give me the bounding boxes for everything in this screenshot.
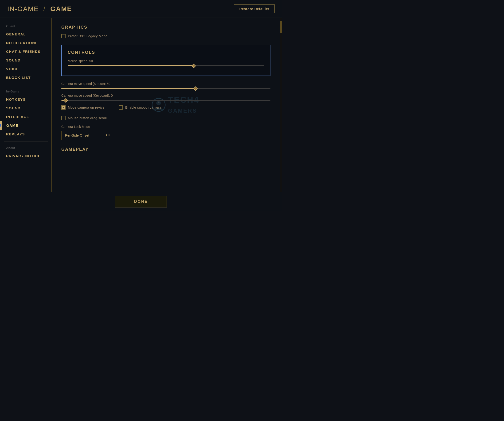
move-camera-revive-row: Move camera on revive — [61, 105, 105, 110]
sidebar: Client GENERAL NOTIFICATIONS CHAT & FRIE… — [0, 18, 52, 192]
camera-keyboard-thumb-icon — [63, 98, 68, 103]
scrollbar-thumb[interactable] — [280, 21, 282, 33]
mouse-speed-track[interactable] — [68, 65, 264, 66]
camera-keyboard-label: Camera move speed (Keyboard): 0 — [61, 94, 270, 97]
gameplay-title: GAMEPLAY — [61, 147, 270, 152]
mouse-speed-container: Mouse speed: 50 — [68, 59, 264, 66]
mouse-speed-thumb[interactable] — [191, 63, 196, 68]
camera-keyboard-track[interactable] — [61, 100, 270, 101]
camera-mouse-label: Camera move speed (Mouse): 50 — [61, 82, 270, 86]
scrollbar[interactable] — [280, 18, 282, 192]
breadcrumb-prefix: IN-GAME — [7, 5, 39, 12]
mouse-speed-thumb-icon — [191, 63, 196, 69]
page-title: IN-GAME / GAME — [7, 5, 72, 13]
camera-mouse-section: Camera move speed (Mouse): 50 — [61, 82, 270, 89]
graphics-section: GRAPHICS Prefer DX9 Legacy Mode — [61, 25, 270, 38]
sidebar-item-interface[interactable]: INTERFACE — [0, 112, 51, 121]
mouse-speed-label: Mouse speed: 50 — [68, 59, 264, 63]
camera-lock-dropdown-container: Per-Side Offset Fixed Offset Semi-Locked… — [61, 131, 113, 140]
done-button[interactable]: DONE — [115, 196, 167, 207]
sidebar-item-sound-client[interactable]: SOUND — [0, 56, 51, 64]
svg-marker-0 — [0, 121, 1, 129]
mouse-drag-scroll-row: Mouse button drag scroll — [61, 116, 270, 120]
prefer-dx9-row: Prefer DX9 Legacy Mode — [61, 34, 270, 38]
camera-mouse-thumb-icon — [193, 86, 198, 91]
header: IN-GAME / GAME Restore Defaults — [0, 0, 282, 18]
camera-mouse-fill — [61, 88, 195, 89]
camera-keyboard-container: Camera move speed (Keyboard): 0 — [61, 94, 270, 101]
sidebar-item-notifications[interactable]: NOTIFICATIONS — [0, 39, 51, 47]
blue-arrow-icon — [0, 121, 1, 129]
prefer-dx9-checkbox[interactable] — [61, 34, 66, 38]
sidebar-item-privacy[interactable]: PRIVACY NOTICE — [0, 152, 51, 160]
camera-mouse-container: Camera move speed (Mouse): 50 — [61, 82, 270, 89]
sidebar-item-game[interactable]: GAME — [0, 121, 51, 130]
camera-mouse-track[interactable] — [61, 88, 270, 89]
mouse-drag-scroll-label: Mouse button drag scroll — [68, 116, 107, 120]
breadcrumb-active: GAME — [50, 5, 72, 12]
controls-title: CONTROLS — [68, 50, 264, 55]
sidebar-divider — [4, 85, 48, 85]
enable-smooth-camera-checkbox[interactable] — [119, 105, 123, 110]
move-camera-revive-checkbox[interactable] — [61, 105, 66, 110]
camera-lock-label: Camera Lock Mode — [61, 125, 270, 129]
camera-lock-section: Camera Lock Mode Per-Side Offset Fixed O… — [61, 125, 270, 140]
footer: DONE — [0, 192, 282, 211]
controls-section: CONTROLS Mouse speed: 50 — [61, 45, 270, 76]
sidebar-item-sound-ingame[interactable]: SOUND — [0, 104, 51, 112]
camera-keyboard-section: Camera move speed (Keyboard): 0 — [61, 94, 270, 101]
sidebar-item-voice[interactable]: VOICE — [0, 64, 51, 73]
camera-lock-dropdown[interactable]: Per-Side Offset Fixed Offset Semi-Locked… — [61, 131, 113, 140]
main-layout: Client GENERAL NOTIFICATIONS CHAT & FRIE… — [0, 18, 282, 192]
sidebar-divider-2 — [4, 141, 48, 141]
graphics-title: GRAPHICS — [61, 25, 270, 30]
content-area: TECH4GAMERS GRAPHICS Prefer DX9 Legacy M… — [52, 18, 280, 192]
breadcrumb-slash: / — [43, 5, 46, 12]
sidebar-about: About — [0, 144, 51, 152]
svg-point-2 — [156, 101, 161, 105]
move-camera-revive-label: Move camera on revive — [68, 105, 105, 109]
prefer-dx9-label: Prefer DX9 Legacy Mode — [68, 34, 107, 38]
sidebar-group-client: Client — [0, 23, 51, 30]
sidebar-item-replays[interactable]: REPLAYS — [0, 130, 51, 139]
camera-mouse-thumb[interactable] — [193, 86, 198, 91]
sidebar-item-general[interactable]: GENERAL — [0, 30, 51, 39]
mouse-drag-scroll-checkbox[interactable] — [61, 116, 66, 120]
mouse-speed-fill — [68, 65, 193, 66]
svg-marker-3 — [157, 101, 160, 103]
enable-smooth-camera-row: Enable smooth camera — [119, 105, 162, 110]
sidebar-item-hotkeys[interactable]: HOTKEYS — [0, 95, 51, 104]
gameplay-section: GAMEPLAY — [61, 147, 270, 152]
sidebar-item-block-list[interactable]: BLOCK LIST — [0, 73, 51, 82]
sidebar-group-ingame: In-Game — [0, 88, 51, 95]
camera-checkboxes-row: Move camera on revive Enable smooth came… — [61, 105, 270, 112]
restore-defaults-button[interactable]: Restore Defaults — [234, 5, 275, 13]
camera-keyboard-thumb[interactable] — [63, 98, 68, 103]
enable-smooth-camera-label: Enable smooth camera — [125, 105, 162, 109]
sidebar-item-chat-friends[interactable]: CHAT & FRIENDS — [0, 47, 51, 56]
